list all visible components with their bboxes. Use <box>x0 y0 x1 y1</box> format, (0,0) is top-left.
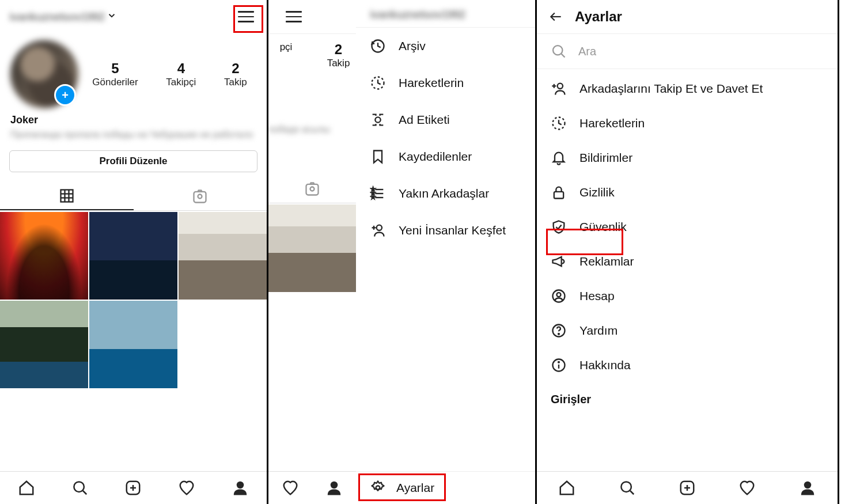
stat-followers[interactable]: 4 Takipçi <box>166 60 196 88</box>
grid-thumb[interactable] <box>179 212 267 300</box>
nav-home-icon[interactable] <box>558 479 575 497</box>
drawer-settings-button[interactable]: Ayarlar <box>356 471 535 504</box>
svg-point-40 <box>558 334 559 335</box>
megaphone-icon <box>551 253 567 270</box>
drawer-item-discover[interactable]: Yeni İnsanlar Keşfet <box>356 212 535 249</box>
settings-item-label: Hareketlerin <box>579 116 645 130</box>
nav-new-post-icon[interactable] <box>679 479 696 497</box>
activity-icon <box>370 75 386 91</box>
drawer-item-nametag[interactable]: Ad Etiketi <box>356 101 535 138</box>
nav-search-icon[interactable] <box>71 479 89 497</box>
settings-item-invite-friends[interactable]: Arkadaşlarını Takip Et ve Davet Et <box>537 71 838 106</box>
panel-settings: Ayarlar Ara Arkadaşlarını Takip Et ve Da… <box>537 0 839 504</box>
profile-underlay: pçi 2 Takip победе асылы <box>268 35 356 472</box>
settings-item-account[interactable]: Hesap <box>537 279 838 313</box>
profile-username-dropdown[interactable]: ivankuznetsov1992 <box>9 10 117 24</box>
bookmark-icon <box>370 149 386 165</box>
nav-profile-icon[interactable] <box>325 479 343 497</box>
svg-point-30 <box>553 46 562 55</box>
stat-following[interactable]: 2 Takip <box>224 60 247 88</box>
nav-heart-icon[interactable] <box>738 479 756 497</box>
drawer-item-close-friends[interactable]: ★★★ Yakın Arkadaşlar <box>356 175 535 212</box>
hamburger-menu-button[interactable] <box>282 7 305 26</box>
add-friend-icon <box>551 81 567 97</box>
grid-icon <box>59 188 75 204</box>
settings-item-about[interactable]: Hakkında <box>537 348 838 382</box>
nav-home-icon[interactable] <box>18 479 35 497</box>
activity-icon <box>551 115 567 131</box>
account-icon <box>551 288 567 304</box>
grid-thumb[interactable] <box>0 301 88 388</box>
edit-profile-button[interactable]: Profili Düzenle <box>9 150 257 172</box>
bottom-nav-partial <box>268 471 356 504</box>
settings-item-security[interactable]: Güvenlik <box>537 210 838 244</box>
bell-icon <box>551 150 567 166</box>
settings-item-label: Reklamlar <box>579 255 634 268</box>
lock-icon <box>551 184 567 200</box>
settings-search[interactable]: Ara <box>537 34 838 69</box>
grid-thumb[interactable] <box>89 301 177 388</box>
grid-thumb[interactable] <box>0 212 88 300</box>
settings-item-label: Yardım <box>579 324 618 338</box>
drawer-item-activity[interactable]: Hareketlerin <box>356 65 535 101</box>
settings-item-label: Hakkında <box>579 358 631 372</box>
settings-title: Ayarlar <box>575 9 622 25</box>
svg-point-32 <box>558 84 563 89</box>
tab-grid[interactable] <box>0 183 134 210</box>
settings-item-label: Arkadaşlarını Takip Et ve Davet Et <box>579 82 763 96</box>
drawer-item-saved[interactable]: Kaydedilenler <box>356 138 535 175</box>
svg-rect-0 <box>60 190 73 202</box>
stat-posts[interactable]: 5 Gönderiler <box>92 60 138 88</box>
close-friends-icon: ★★★ <box>370 185 386 202</box>
svg-rect-13 <box>306 184 319 195</box>
drawer-item-label: Yeni İnsanlar Keşfet <box>399 223 506 237</box>
settings-item-notifications[interactable]: Bildirimler <box>537 141 838 175</box>
svg-point-44 <box>621 482 631 492</box>
svg-point-43 <box>558 362 559 363</box>
nav-heart-icon[interactable] <box>282 479 299 497</box>
svg-text:★: ★ <box>371 195 375 200</box>
settings-item-help[interactable]: Yardım <box>537 313 838 348</box>
svg-point-12 <box>236 482 244 489</box>
svg-point-7 <box>74 482 84 492</box>
svg-rect-5 <box>194 192 206 203</box>
svg-point-38 <box>557 293 561 297</box>
help-icon <box>551 323 567 339</box>
drawer-item-archive[interactable]: Arşiv <box>356 28 535 65</box>
profile-bio-text: Пропаганда пропала победы на Чебурашке н… <box>10 128 256 141</box>
settings-item-privacy[interactable]: Gizlilik <box>537 175 838 210</box>
grid-thumb[interactable] <box>89 212 177 300</box>
discover-people-icon <box>370 222 386 238</box>
nav-search-icon[interactable] <box>619 479 636 497</box>
svg-point-14 <box>310 187 315 191</box>
add-story-plus-icon[interactable]: + <box>54 84 76 106</box>
nametag-icon <box>370 112 386 128</box>
hamburger-menu-button[interactable] <box>234 7 257 26</box>
svg-line-45 <box>630 491 634 494</box>
svg-rect-36 <box>554 192 563 199</box>
info-icon <box>551 357 567 373</box>
archive-icon <box>370 38 386 54</box>
settings-item-activity[interactable]: Hareketlerin <box>537 106 838 141</box>
nav-profile-icon[interactable] <box>799 479 816 497</box>
back-arrow-icon[interactable] <box>548 9 563 25</box>
side-drawer: ivankuznetsov1992 Arşiv Hareketlerin Ad … <box>356 0 535 472</box>
settings-item-label: Güvenlik <box>579 220 627 234</box>
nav-new-post-icon[interactable] <box>124 479 142 497</box>
svg-point-49 <box>804 482 812 489</box>
stat-following[interactable]: 2 Takip <box>321 41 356 69</box>
tab-tagged[interactable] <box>134 183 267 210</box>
settings-item-ads[interactable]: Reklamlar <box>537 244 838 279</box>
tagged-icon[interactable] <box>304 181 320 197</box>
gear-icon <box>370 480 386 496</box>
nav-heart-icon[interactable] <box>178 479 195 497</box>
search-icon <box>551 43 567 59</box>
shield-icon <box>551 219 567 235</box>
stat-followers-partial: pçi <box>268 41 304 53</box>
grid-thumb[interactable] <box>268 204 356 292</box>
settings-item-label: Bildirimler <box>579 151 632 165</box>
tagged-icon <box>192 188 208 204</box>
nav-profile-icon[interactable] <box>232 479 249 497</box>
username-text: ivankuznetsov1992 <box>9 10 104 24</box>
profile-avatar[interactable]: + <box>10 40 78 108</box>
